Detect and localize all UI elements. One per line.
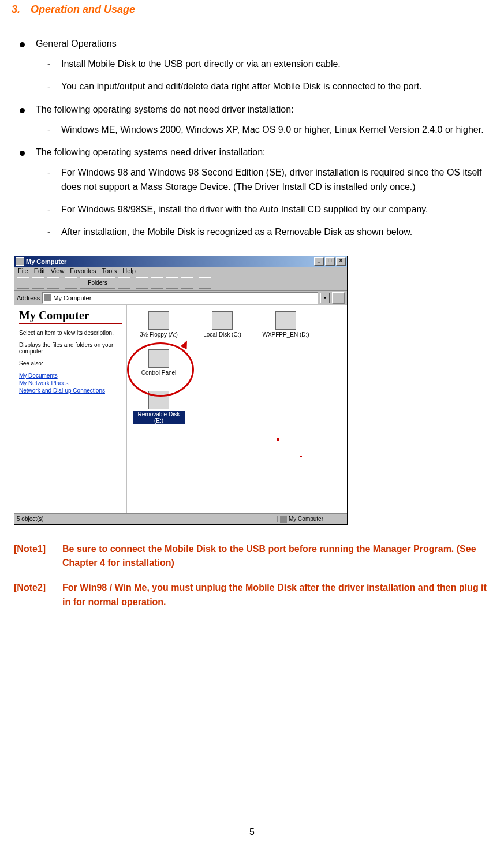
drive-cd-d[interactable]: WXPFPP_EN (D:)	[260, 311, 312, 338]
forward-button[interactable]	[32, 277, 44, 289]
sub-item: - For Windows 98/98SE, install the drive…	[12, 203, 497, 217]
sub-item: - After installation, the Mobile Disk is…	[12, 225, 497, 240]
maximize-button[interactable]: □	[325, 257, 335, 266]
address-dropdown[interactable]: ▾	[320, 293, 330, 303]
menu-help[interactable]: Help	[122, 267, 136, 274]
hdd-icon	[212, 311, 233, 330]
bullet-text: The following operating systems need dri…	[36, 147, 266, 157]
left-pane: My Computer Select an item to view its d…	[14, 305, 127, 513]
dash-icon: -	[47, 123, 50, 136]
computer-icon	[280, 516, 287, 523]
delete-button[interactable]	[166, 277, 178, 289]
statusbar: 5 object(s) My Computer	[14, 513, 347, 524]
minimize-button[interactable]: _	[314, 257, 324, 266]
bullet-need-driver: The following operating systems need dri…	[12, 147, 497, 158]
menu-edit[interactable]: Edit	[34, 267, 45, 274]
status-right: My Computer	[278, 516, 347, 523]
sub-item: - You can input/output and edit/delete d…	[12, 80, 497, 94]
link-my-documents[interactable]: My Documents	[19, 372, 122, 379]
left-pane-line2: Displays the files and folders on your c…	[19, 342, 122, 355]
note-2: [Note2] For Win98 / Win Me, you must unp…	[14, 581, 495, 610]
right-pane: 3½ Floppy (A:) Local Disk (C:) WXPFPP_EN…	[127, 305, 347, 513]
note-text: Be sure to connect the Mobile Disk to th…	[62, 542, 495, 571]
bullet-general-operations: General Operations	[12, 39, 497, 49]
section-heading: 3. Operation and Usage	[12, 3, 497, 16]
address-label: Address	[17, 294, 40, 301]
toolbar-separator	[133, 278, 133, 288]
back-button[interactable]	[17, 277, 29, 289]
computer-icon	[44, 294, 51, 301]
close-button[interactable]: ×	[336, 257, 346, 266]
bullet-icon	[20, 42, 25, 47]
client-area: My Computer Select an item to view its d…	[14, 305, 347, 513]
up-button[interactable]	[47, 277, 59, 289]
note-1: [Note1] Be sure to connect the Mobile Di…	[14, 542, 495, 571]
menu-view[interactable]: View	[51, 267, 65, 274]
left-pane-see-also: See also:	[19, 360, 122, 367]
note-text: For Win98 / Win Me, you must unplug the …	[62, 581, 495, 610]
toolbar-separator	[62, 278, 62, 288]
bullet-no-driver: The following operating systems do not n…	[12, 105, 497, 115]
address-field[interactable]: My Computer	[42, 292, 318, 304]
bullet-text: General Operations	[36, 39, 117, 49]
sub-text: For Windows 98 and Windows 98 Second Edi…	[61, 167, 481, 192]
folders-button[interactable]: Folders	[80, 277, 115, 289]
note-label: [Note2]	[14, 581, 62, 610]
sub-item: - Install Mobile Disk to the USB port di…	[12, 57, 497, 72]
annotation-dot	[277, 438, 279, 441]
status-left: 5 object(s)	[14, 516, 278, 522]
dash-icon: -	[47, 80, 50, 93]
window-title: My Computer	[26, 258, 313, 265]
annotation-circle	[127, 342, 194, 397]
section-title-text: Operation and Usage	[31, 3, 135, 15]
history-button[interactable]	[118, 277, 130, 289]
menu-tools[interactable]: Tools	[102, 267, 117, 274]
cd-icon	[275, 311, 296, 330]
section-number: 3.	[12, 3, 28, 16]
bullet-icon	[20, 151, 25, 156]
drive-floppy[interactable]: 3½ Floppy (A:)	[133, 311, 185, 338]
left-pane-title: My Computer	[19, 309, 122, 324]
dash-icon: -	[47, 166, 50, 179]
sub-text: Install Mobile Disk to the USB port dire…	[61, 59, 341, 69]
bullet-text: The following operating systems do not n…	[36, 105, 293, 114]
screenshot-figure: My Computer _ □ × File Edit View Favorit…	[14, 256, 497, 525]
link-my-network-places[interactable]: My Network Places	[19, 380, 122, 386]
document-page: 3. Operation and Usage General Operation…	[0, 3, 504, 843]
titlebar: My Computer _ □ ×	[14, 256, 347, 267]
page-number: 5	[0, 827, 504, 837]
icon-label: Removable Disk (E:)	[133, 411, 185, 424]
sub-text: You can input/output and edit/delete dat…	[61, 81, 422, 91]
dash-icon: -	[47, 57, 50, 70]
sub-item: - For Windows 98 and Windows 98 Second E…	[12, 166, 497, 195]
drive-local-c[interactable]: Local Disk (C:)	[196, 311, 248, 338]
menu-file[interactable]: File	[18, 267, 28, 274]
sub-text: After installation, the Mobile Disk is r…	[61, 227, 412, 237]
toolbar: Folders	[14, 275, 347, 291]
sub-text: Windows ME, Windows 2000, Windows XP, Ma…	[61, 125, 484, 135]
icon-label: Local Disk (C:)	[196, 331, 248, 338]
address-bar: Address My Computer ▾	[14, 291, 347, 305]
left-pane-line1: Select an item to view its description.	[19, 330, 122, 336]
window-my-computer: My Computer _ □ × File Edit View Favorit…	[14, 256, 348, 525]
views-button[interactable]	[199, 277, 211, 289]
annotation-dot	[300, 456, 302, 457]
note-label: [Note1]	[14, 542, 62, 571]
floppy-icon	[148, 311, 169, 330]
icon-label: 3½ Floppy (A:)	[133, 331, 185, 338]
toolbar-separator	[196, 278, 196, 288]
undo-button[interactable]	[181, 277, 193, 289]
sub-text: For Windows 98/98SE, install the driver …	[61, 204, 428, 214]
menubar: File Edit View Favorites Tools Help	[14, 267, 347, 275]
menu-favorites[interactable]: Favorites	[70, 267, 96, 274]
search-button[interactable]	[65, 277, 77, 289]
status-right-text: My Computer	[289, 516, 323, 522]
go-button[interactable]	[332, 292, 345, 304]
window-icon	[16, 257, 24, 266]
link-network-dialup[interactable]: Network and Dial-up Connections	[19, 387, 122, 394]
sub-item: - Windows ME, Windows 2000, Windows XP, …	[12, 123, 497, 137]
bullet-icon	[20, 108, 25, 113]
address-value: My Computer	[53, 294, 91, 301]
copy-to-button[interactable]	[151, 277, 163, 289]
move-to-button[interactable]	[136, 277, 148, 289]
